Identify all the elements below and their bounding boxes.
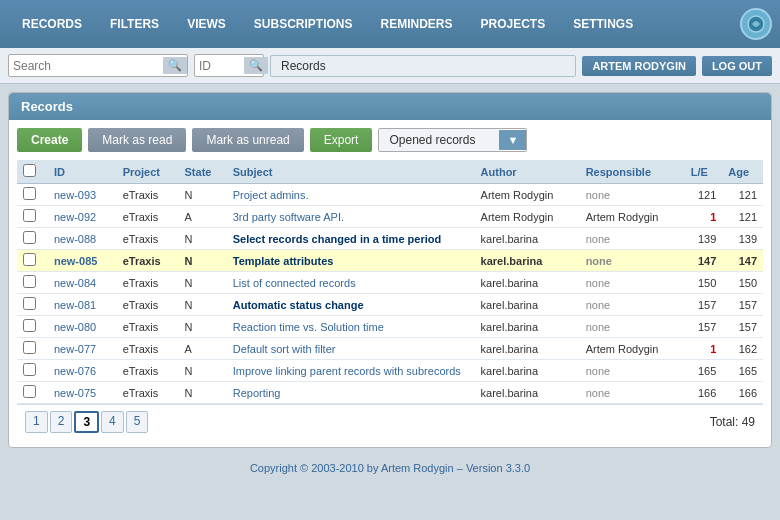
nav-settings[interactable]: SETTINGS (559, 11, 647, 37)
row-select-checkbox[interactable] (23, 385, 36, 398)
nav-filters[interactable]: FILTERS (96, 11, 173, 37)
export-button[interactable]: Export (310, 128, 373, 152)
row-id[interactable]: new-084 (48, 272, 117, 294)
row-state: N (179, 228, 227, 250)
page-link-1[interactable]: 1 (25, 411, 48, 433)
nav-views[interactable]: VIEWS (173, 11, 240, 37)
row-select-checkbox[interactable] (23, 253, 36, 266)
row-select-checkbox[interactable] (23, 319, 36, 332)
row-checkbox (17, 294, 48, 316)
logout-button[interactable]: LOG OUT (702, 56, 772, 76)
row-le: 166 (685, 382, 723, 404)
row-responsible: none (580, 250, 685, 272)
filter-dropdown[interactable]: Opened records ▼ (378, 128, 527, 152)
row-author: karel.barina (475, 228, 580, 250)
filter-arrow-button[interactable]: ▼ (499, 130, 526, 150)
page-link-4[interactable]: 4 (101, 411, 124, 433)
row-age: 147 (722, 250, 763, 272)
row-age: 139 (722, 228, 763, 250)
row-subject[interactable]: Reaction time vs. Solution time (227, 316, 475, 338)
page-link-3[interactable]: 3 (74, 411, 99, 433)
search-button[interactable]: 🔍 (163, 57, 187, 74)
row-le: 157 (685, 316, 723, 338)
row-id[interactable]: new-092 (48, 206, 117, 228)
table-row: new-075 eTraxis N Reporting karel.barina… (17, 382, 763, 404)
row-project: eTraxis (117, 272, 179, 294)
row-id[interactable]: new-077 (48, 338, 117, 360)
row-id[interactable]: new-085 (48, 250, 117, 272)
row-select-checkbox[interactable] (23, 297, 36, 310)
row-id[interactable]: new-080 (48, 316, 117, 338)
table-row: new-088 eTraxis N Select records changed… (17, 228, 763, 250)
create-button[interactable]: Create (17, 128, 82, 152)
row-id[interactable]: new-081 (48, 294, 117, 316)
user-button[interactable]: ARTEM RODYGIN (582, 56, 696, 76)
id-search-button[interactable]: 🔍 (244, 57, 268, 74)
table-row: new-084 eTraxis N List of connected reco… (17, 272, 763, 294)
col-subject[interactable]: Subject (227, 160, 475, 184)
row-select-checkbox[interactable] (23, 187, 36, 200)
row-age: 150 (722, 272, 763, 294)
col-age[interactable]: Age (722, 160, 763, 184)
row-select-checkbox[interactable] (23, 363, 36, 376)
row-state: A (179, 206, 227, 228)
row-project: eTraxis (117, 294, 179, 316)
row-subject[interactable]: Reporting (227, 382, 475, 404)
col-responsible[interactable]: Responsible (580, 160, 685, 184)
select-all-checkbox[interactable] (23, 164, 36, 177)
row-id[interactable]: new-088 (48, 228, 117, 250)
row-subject[interactable]: Select records changed in a time period (227, 228, 475, 250)
row-subject[interactable]: 3rd party software API. (227, 206, 475, 228)
table-header-row: ID Project State Subject Author Responsi… (17, 160, 763, 184)
row-checkbox (17, 250, 48, 272)
row-subject[interactable]: Improve linking parent records with subr… (227, 360, 475, 382)
row-state: N (179, 272, 227, 294)
row-checkbox (17, 228, 48, 250)
row-checkbox (17, 272, 48, 294)
col-project[interactable]: Project (117, 160, 179, 184)
row-author: karel.barina (475, 294, 580, 316)
mark-read-button[interactable]: Mark as read (88, 128, 186, 152)
row-checkbox (17, 184, 48, 206)
row-responsible: Artem Rodygin (580, 338, 685, 360)
row-select-checkbox[interactable] (23, 209, 36, 222)
nav-reminders[interactable]: REMINDERS (366, 11, 466, 37)
nav-records[interactable]: RECORDS (8, 11, 96, 37)
col-id[interactable]: ID (48, 160, 117, 184)
col-state[interactable]: State (179, 160, 227, 184)
row-responsible: none (580, 184, 685, 206)
row-state: N (179, 382, 227, 404)
page-link-2[interactable]: 2 (50, 411, 73, 433)
row-id[interactable]: new-076 (48, 360, 117, 382)
row-project: eTraxis (117, 206, 179, 228)
app-logo (740, 8, 772, 40)
row-select-checkbox[interactable] (23, 275, 36, 288)
mark-unread-button[interactable]: Mark as unread (192, 128, 303, 152)
top-navigation: RECORDS FILTERS VIEWS SUBSCRIPTIONS REMI… (0, 0, 780, 48)
row-subject[interactable]: List of connected records (227, 272, 475, 294)
row-subject[interactable]: Automatic status change (227, 294, 475, 316)
row-id[interactable]: new-075 (48, 382, 117, 404)
row-select-checkbox[interactable] (23, 231, 36, 244)
row-subject[interactable]: Project admins. (227, 184, 475, 206)
row-subject[interactable]: Default sort with filter (227, 338, 475, 360)
id-input[interactable] (199, 59, 244, 73)
row-age: 162 (722, 338, 763, 360)
table-row: new-077 eTraxis A Default sort with filt… (17, 338, 763, 360)
col-author[interactable]: Author (475, 160, 580, 184)
row-responsible: none (580, 228, 685, 250)
table-row: new-092 eTraxis A 3rd party software API… (17, 206, 763, 228)
row-le: 1 (685, 338, 723, 360)
nav-subscriptions[interactable]: SUBSCRIPTIONS (240, 11, 367, 37)
page-link-5[interactable]: 5 (126, 411, 149, 433)
search-input[interactable] (13, 59, 163, 73)
row-author: Artem Rodygin (475, 206, 580, 228)
col-le[interactable]: L/E (685, 160, 723, 184)
row-id[interactable]: new-093 (48, 184, 117, 206)
row-subject[interactable]: Template attributes (227, 250, 475, 272)
row-select-checkbox[interactable] (23, 341, 36, 354)
nav-projects[interactable]: PROJECTS (467, 11, 560, 37)
footer-text: Copyright © 2003-2010 by Artem Rodygin –… (250, 462, 530, 474)
row-le: 139 (685, 228, 723, 250)
row-state: N (179, 294, 227, 316)
